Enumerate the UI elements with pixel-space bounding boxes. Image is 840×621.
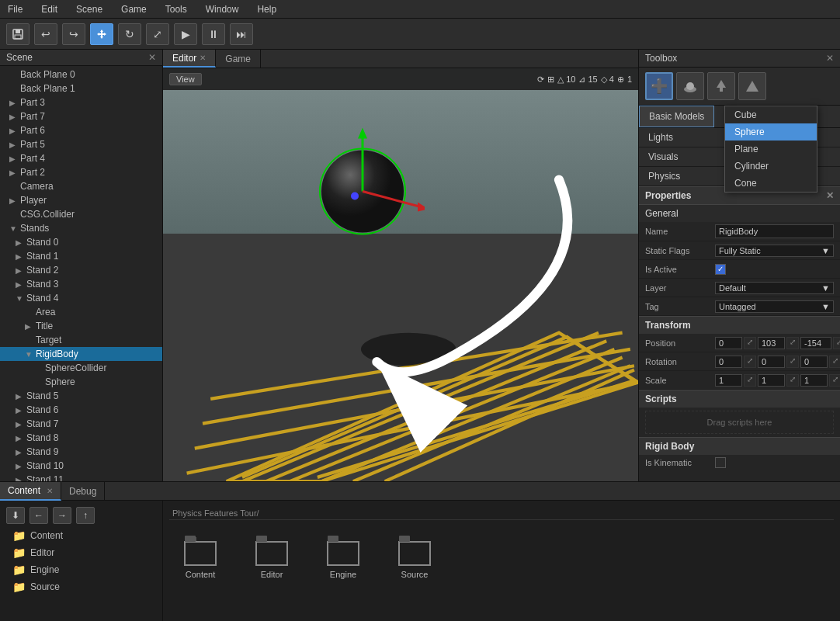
- tree-item[interactable]: ▶Stand 7: [0, 417, 162, 431]
- tree-icon-btn[interactable]: [707, 72, 735, 100]
- mountain-icon-btn[interactable]: [738, 72, 766, 100]
- pos-z-icon: ⤢: [833, 337, 840, 349]
- tree-item[interactable]: ▼Stands: [0, 221, 162, 235]
- rotation-y[interactable]: [758, 356, 785, 368]
- editor-tab-close[interactable]: ✕: [200, 54, 206, 62]
- model-cube[interactable]: Cube: [725, 106, 817, 123]
- transform-button[interactable]: ⤢: [146, 23, 169, 45]
- step-button[interactable]: ⏭: [230, 23, 253, 45]
- model-cylinder[interactable]: Cylinder: [725, 158, 817, 175]
- name-input[interactable]: RigidBody: [715, 224, 834, 238]
- tree-item[interactable]: Back Plane 0: [0, 68, 162, 82]
- properties-close[interactable]: ✕: [826, 190, 834, 201]
- tree-item[interactable]: ▶Stand 5: [0, 389, 162, 403]
- scene-tree: Back Plane 0Back Plane 1▶Part 3▶Part 7▶P…: [0, 66, 162, 481]
- tree-item[interactable]: ▶Part 2: [0, 165, 162, 179]
- forward-button[interactable]: →: [53, 507, 71, 524]
- save-button[interactable]: [6, 23, 30, 45]
- menu-help[interactable]: Help: [252, 2, 281, 16]
- scripts-drop-area[interactable]: Drag scripts here: [645, 411, 834, 434]
- model-cone[interactable]: Cone: [725, 175, 817, 192]
- scale-z[interactable]: [800, 374, 828, 387]
- tree-item[interactable]: ▶Stand 0: [0, 235, 162, 249]
- position-z[interactable]: [800, 337, 831, 349]
- file-content[interactable]: Content: [169, 533, 231, 582]
- tree-item[interactable]: ▶Player: [0, 193, 162, 207]
- menu-tools[interactable]: Tools: [161, 2, 192, 16]
- menu-scene[interactable]: Scene: [71, 2, 107, 16]
- toolbox-close[interactable]: ✕: [826, 53, 834, 64]
- tree-item[interactable]: CSG.Collider: [0, 207, 162, 221]
- rotate-button[interactable]: ↻: [118, 23, 141, 45]
- tag-row: Tag Untagged ▼: [639, 297, 840, 316]
- tree-item[interactable]: SphereCollider: [0, 361, 162, 375]
- content-tab-close[interactable]: ✕: [47, 487, 53, 495]
- editor-file-icon: [253, 536, 290, 567]
- back-button[interactable]: ←: [30, 507, 48, 524]
- tag-dropdown[interactable]: Untagged ▼: [715, 300, 834, 313]
- tree-item[interactable]: Sphere: [0, 375, 162, 389]
- layer-dropdown[interactable]: Default ▼: [715, 282, 834, 294]
- add-icon-btn[interactable]: ➕: [645, 72, 673, 100]
- tree-item[interactable]: ▶Stand 6: [0, 403, 162, 417]
- tree-item[interactable]: ▶Stand 11: [0, 473, 162, 481]
- tree-item[interactable]: Back Plane 1: [0, 82, 162, 95]
- tab-content[interactable]: Content ✕: [0, 482, 61, 501]
- tree-item[interactable]: ▶Stand 10: [0, 459, 162, 473]
- move-button[interactable]: [90, 23, 113, 45]
- tab-editor[interactable]: Editor ✕: [163, 50, 216, 68]
- position-x[interactable]: [715, 337, 742, 349]
- tree-item[interactable]: ▶Part 4: [0, 151, 162, 165]
- tree-item[interactable]: Area: [0, 305, 162, 319]
- is-kinematic-checkbox[interactable]: [715, 457, 726, 468]
- menu-game[interactable]: Game: [116, 2, 151, 16]
- basic-models-button[interactable]: Basic Models: [639, 106, 714, 127]
- menu-file[interactable]: File: [3, 2, 27, 16]
- scene-close-button[interactable]: ✕: [148, 52, 156, 63]
- tab-debug[interactable]: Debug: [61, 482, 105, 501]
- static-flags-dropdown[interactable]: Fully Static ▼: [715, 245, 834, 257]
- sidebar-editor[interactable]: 📁 Editor: [0, 544, 162, 561]
- tree-item[interactable]: ▶Stand 8: [0, 431, 162, 445]
- model-plane[interactable]: Plane: [725, 141, 817, 158]
- scale-y[interactable]: [758, 374, 785, 387]
- tree-item[interactable]: ▶Stand 3: [0, 277, 162, 291]
- pause-button[interactable]: ⏸: [202, 23, 225, 45]
- sidebar-source[interactable]: 📁 Source: [0, 578, 162, 595]
- tree-item[interactable]: Target: [0, 333, 162, 347]
- file-engine[interactable]: Engine: [312, 533, 374, 582]
- tree-item[interactable]: ▶Part 5: [0, 137, 162, 151]
- tree-item[interactable]: ▶Part 3: [0, 95, 162, 109]
- tab-game[interactable]: Game: [216, 50, 261, 68]
- tree-item[interactable]: ▶Part 6: [0, 123, 162, 137]
- scale-x[interactable]: [715, 374, 742, 387]
- tree-item[interactable]: ▼Stand 4: [0, 291, 162, 305]
- model-sphere[interactable]: Sphere: [725, 123, 817, 141]
- undo-button[interactable]: ↩: [34, 23, 57, 45]
- play-button[interactable]: ▶: [174, 23, 197, 45]
- terrain-icon-btn[interactable]: [676, 72, 704, 100]
- menu-edit[interactable]: Edit: [36, 2, 62, 16]
- sidebar-engine[interactable]: 📁 Engine: [0, 561, 162, 578]
- is-active-checkbox[interactable]: ✓: [715, 264, 726, 275]
- rotation-z[interactable]: [800, 356, 828, 368]
- position-y[interactable]: [758, 337, 785, 349]
- tree-item[interactable]: ▶Stand 2: [0, 263, 162, 277]
- tree-item[interactable]: ▶Stand 1: [0, 249, 162, 263]
- tree-item[interactable]: ▼RigidBody: [0, 347, 162, 361]
- file-source[interactable]: Source: [384, 533, 446, 582]
- file-editor[interactable]: Editor: [241, 533, 303, 582]
- menu-window[interactable]: Window: [201, 2, 244, 16]
- up-button[interactable]: ↑: [76, 507, 95, 524]
- sidebar-content[interactable]: 📁 Content: [0, 527, 162, 544]
- tree-item[interactable]: ▶Part 7: [0, 109, 162, 123]
- viewport[interactable]: View ⟳ ⊞ △ 10 ⊿ 15 ◇ 4 ⊕ 1: [163, 68, 638, 481]
- tree-item[interactable]: ▶Stand 9: [0, 445, 162, 459]
- tree-item[interactable]: Camera: [0, 179, 162, 193]
- view-button[interactable]: View: [169, 73, 202, 85]
- toolbox-header: Toolbox ✕: [639, 50, 840, 68]
- redo-button[interactable]: ↪: [62, 23, 85, 45]
- download-button[interactable]: ⬇: [6, 507, 25, 524]
- rotation-x[interactable]: [715, 356, 742, 368]
- tree-item[interactable]: ▶Title: [0, 319, 162, 333]
